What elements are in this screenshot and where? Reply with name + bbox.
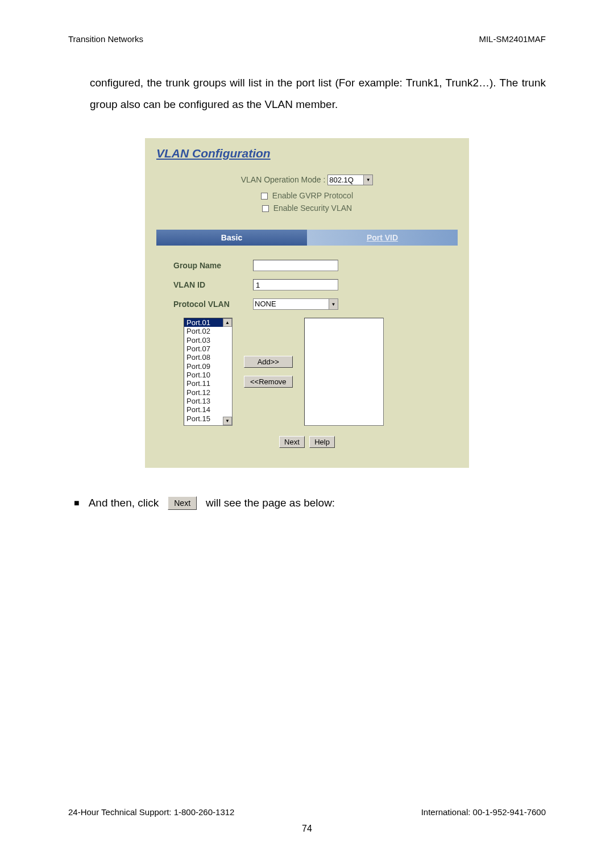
group-name-input[interactable] (253, 260, 338, 271)
list-item[interactable]: Port.02 (184, 327, 232, 335)
vlan-mode-value: 802.1Q (329, 176, 354, 184)
gvrp-checkbox[interactable] (261, 193, 268, 200)
protocol-vlan-label: Protocol VLAN (173, 300, 242, 309)
scroll-down-icon[interactable]: ▼ (223, 417, 232, 425)
page-number: 74 (68, 824, 546, 834)
vlan-config-panel: VLAN Configuration VLAN Operation Mode :… (145, 138, 469, 468)
gvrp-label: Enable GVRP Protocol (272, 191, 353, 200)
mode-label: VLAN Operation Mode : (241, 175, 326, 184)
tab-port-vid-label: Port VID (367, 233, 398, 242)
remove-button[interactable]: <<Remove (244, 376, 293, 388)
add-button[interactable]: Add>> (244, 356, 293, 368)
vlan-mode-select[interactable]: 802.1Q ▼ (327, 175, 373, 185)
selected-ports-list[interactable] (304, 318, 384, 426)
list-item[interactable]: Port.14 (184, 405, 232, 414)
protocol-vlan-value: NONE (255, 300, 276, 308)
list-item[interactable]: Port.07 (184, 344, 232, 353)
vlan-id-input[interactable] (253, 279, 338, 290)
chevron-down-icon: ▼ (329, 299, 338, 309)
list-item[interactable]: Port.09 (184, 362, 232, 371)
tab-basic-label: Basic (156, 230, 307, 246)
vlan-id-label: VLAN ID (173, 280, 242, 289)
body-paragraph: configured, the trunk groups will list i… (68, 72, 546, 115)
next-button[interactable]: Next (279, 436, 305, 448)
bullet-icon: ■ (74, 498, 80, 508)
chevron-down-icon: ▼ (363, 175, 372, 185)
security-vlan-checkbox[interactable] (262, 205, 269, 212)
footer-left: 24-Hour Technical Support: 1-800-260-131… (68, 807, 234, 817)
list-item[interactable]: Port.11 (184, 379, 232, 388)
footer-right: International: 00-1-952-941-7600 (421, 807, 546, 817)
available-ports-list[interactable]: Port.01 Port.02 Port.03 Port.07 Port.08 … (184, 318, 233, 426)
help-button[interactable]: Help (309, 436, 335, 448)
list-item[interactable]: Port.10 (184, 371, 232, 379)
bullet-text-before: And then, click (89, 497, 159, 509)
list-item[interactable]: Port.13 (184, 397, 232, 405)
list-item[interactable]: Port.03 (184, 336, 232, 344)
scroll-up-icon[interactable]: ▲ (223, 318, 232, 327)
header-left: Transition Networks (68, 34, 143, 44)
inline-next-button: Next (168, 496, 197, 510)
list-item[interactable]: Port.08 (184, 353, 232, 362)
group-name-label: Group Name (173, 261, 242, 270)
security-vlan-label: Enable Security VLAN (273, 203, 352, 213)
protocol-vlan-select[interactable]: NONE ▼ (253, 298, 338, 310)
header-right: MIL-SM2401MAF (479, 34, 546, 44)
list-item[interactable]: Port.12 (184, 388, 232, 397)
tab-port-vid[interactable]: Port VID (307, 230, 458, 246)
bullet-text-after: will see the page as below: (206, 497, 335, 509)
tab-basic[interactable]: Basic (156, 230, 307, 246)
panel-title: VLAN Configuration (156, 147, 458, 160)
